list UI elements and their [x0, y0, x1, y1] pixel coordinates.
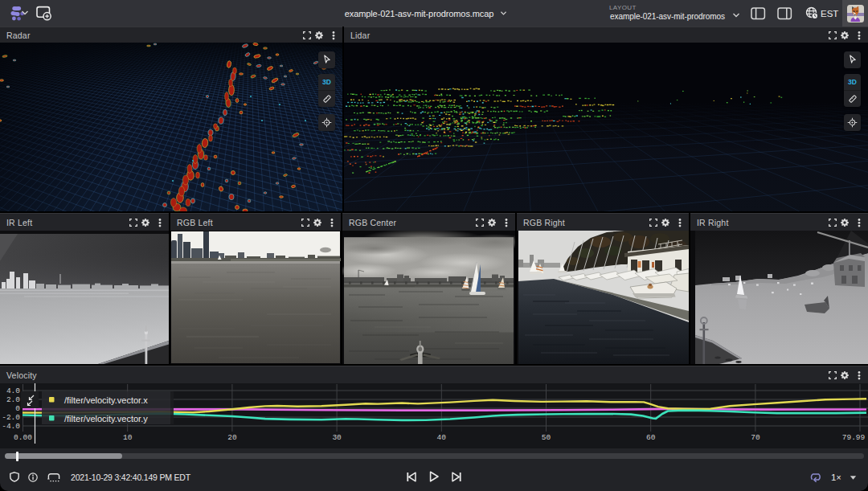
svg-text:70: 70 — [751, 433, 760, 442]
svg-text:-4.0: -4.0 — [2, 422, 20, 431]
svg-text:20: 20 — [227, 433, 237, 442]
svg-text:/filter/velocity.vector.x: /filter/velocity.vector.x — [64, 395, 148, 405]
svg-text:40: 40 — [437, 433, 447, 442]
svg-text:0.00: 0.00 — [14, 433, 32, 442]
svg-text:50: 50 — [542, 433, 551, 442]
svg-text:79.99: 79.99 — [842, 433, 866, 442]
svg-text:60: 60 — [646, 433, 656, 442]
svg-text:30: 30 — [332, 433, 342, 442]
svg-text:4.0: 4.0 — [6, 387, 20, 395]
svg-text:2.0: 2.0 — [6, 395, 20, 404]
svg-text:-2.0: -2.0 — [2, 413, 20, 422]
svg-text:0: 0 — [15, 404, 20, 413]
svg-text:/filter/velocity.vector.y: /filter/velocity.vector.y — [64, 414, 148, 423]
svg-text:10: 10 — [123, 433, 133, 442]
